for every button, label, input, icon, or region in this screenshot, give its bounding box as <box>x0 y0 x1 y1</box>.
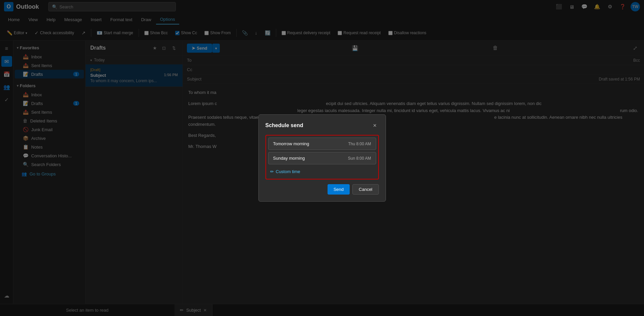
custom-time-label: Custom time <box>276 169 300 174</box>
modal-cancel-button[interactable]: Cancel <box>352 184 379 195</box>
custom-time-option[interactable]: ✏ Custom time <box>268 166 376 177</box>
tomorrow-morning-label: Tomorrow morning <box>273 141 309 146</box>
modal-overlay[interactable]: Schedule send ✕ Tomorrow morning Thu 8:0… <box>0 0 644 316</box>
modal-send-button[interactable]: Send <box>328 184 350 195</box>
sunday-morning-option[interactable]: Sunday morning Sun 8:00 AM <box>268 152 376 164</box>
modal-close-button[interactable]: ✕ <box>371 121 379 129</box>
tomorrow-morning-time: Thu 8:00 AM <box>348 142 371 146</box>
modal-header: Schedule send ✕ <box>265 121 379 129</box>
sunday-morning-time: Sun 8:00 AM <box>348 156 371 161</box>
modal-title: Schedule send <box>265 122 303 128</box>
modal-options: Tomorrow morning Thu 8:00 AM Sunday morn… <box>265 135 379 179</box>
pencil-icon: ✏ <box>270 169 274 174</box>
sunday-morning-label: Sunday morning <box>273 156 305 161</box>
modal-footer: Send Cancel <box>265 184 379 195</box>
tomorrow-morning-option[interactable]: Tomorrow morning Thu 8:00 AM <box>268 138 376 150</box>
schedule-send-modal: Schedule send ✕ Tomorrow morning Thu 8:0… <box>258 114 386 202</box>
